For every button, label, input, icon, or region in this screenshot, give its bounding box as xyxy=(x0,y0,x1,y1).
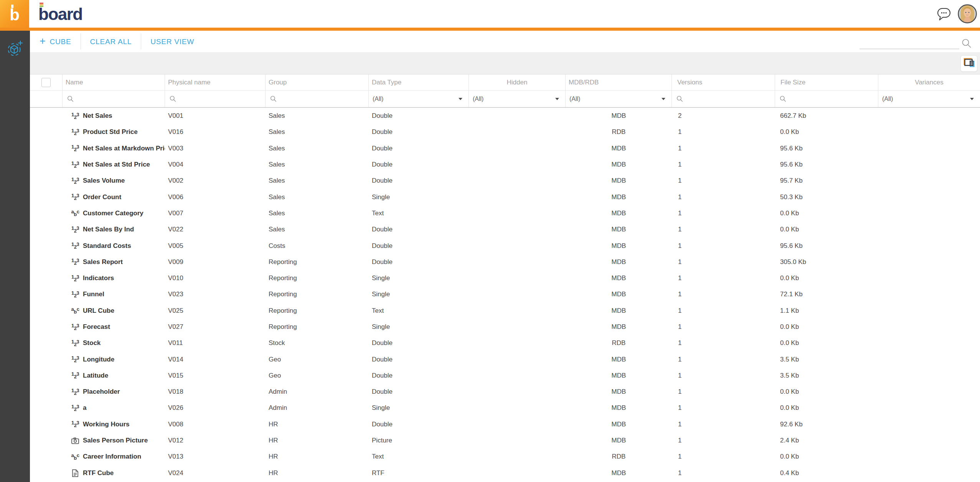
physical-name-cell: V025 xyxy=(165,303,266,319)
hidden-cell xyxy=(469,108,566,124)
table-row[interactable]: 123 Standard Costs V005 Costs Double MDB… xyxy=(30,238,980,254)
hidden-cell xyxy=(469,416,566,432)
table-row[interactable]: 123 Order Count V006 Sales Single MDB 1 … xyxy=(30,189,980,205)
table-row[interactable]: abc URL Cube V025 Reporting Text MDB 1 1… xyxy=(30,303,980,319)
table-row[interactable]: RTF Cube V024 HR RTF MDB 1 0.4 Kb xyxy=(30,465,980,481)
table-row[interactable]: 123 Sales Report V009 Reporting Double M… xyxy=(30,254,980,270)
filter-data-type-dropdown[interactable]: (All) xyxy=(369,91,469,107)
physical-name-cell: V016 xyxy=(165,124,266,140)
table-row[interactable]: 123 Latitude V015 Geo Double MDB 1 3.5 K… xyxy=(30,368,980,384)
column-header-data-type[interactable]: Data Type xyxy=(369,74,469,90)
mdb-rdb-cell: MDB xyxy=(566,400,672,416)
cube-name: Placeholder xyxy=(83,388,120,396)
column-header-file-size[interactable]: File Size xyxy=(775,74,878,90)
filter-mdb-rdb-dropdown[interactable]: (All) xyxy=(566,91,672,107)
row-select-cell xyxy=(30,270,63,286)
text-cube-icon: abc xyxy=(70,211,80,216)
file-size-cell: 0.0 Kb xyxy=(775,449,878,465)
data-type-cell: Double xyxy=(369,368,469,384)
numeric-cube-icon: 123 xyxy=(70,276,80,281)
filter-name-input[interactable] xyxy=(63,91,165,107)
table-row[interactable]: 123 Indicators V010 Reporting Single MDB… xyxy=(30,270,980,286)
hidden-cell xyxy=(469,351,566,367)
chat-bubble-icon[interactable] xyxy=(937,8,952,21)
filter-versions-input[interactable] xyxy=(672,91,775,107)
filter-file-size-input[interactable] xyxy=(775,91,878,107)
physical-name-cell: V007 xyxy=(165,205,266,221)
table-row[interactable]: 123 Working Hours V008 HR Double MDB 1 9… xyxy=(30,416,980,432)
layout-panel-button[interactable] xyxy=(960,55,977,72)
board-b-logo-dash xyxy=(11,5,13,8)
search-icon[interactable] xyxy=(962,38,972,50)
chevron-down-icon xyxy=(459,98,462,100)
row-select-cell xyxy=(30,221,63,238)
table-row[interactable]: 123 Forecast V027 Reporting Single MDB 1… xyxy=(30,319,980,335)
physical-name-cell: V014 xyxy=(165,351,266,367)
chevron-down-icon xyxy=(970,98,974,100)
hidden-cell xyxy=(469,303,566,319)
mdb-rdb-cell: MDB xyxy=(566,286,672,302)
mdb-rdb-cell: MDB xyxy=(566,157,672,173)
clear-all-button[interactable]: CLEAR ALL xyxy=(90,38,132,45)
global-search xyxy=(860,31,972,52)
physical-name-cell: V011 xyxy=(165,335,266,351)
file-size-cell: 95.6 Kb xyxy=(775,238,878,254)
user-view-button[interactable]: USER VIEW xyxy=(150,38,194,45)
table-row[interactable]: abc Career Information V013 HR Text RDB … xyxy=(30,449,980,465)
table-row[interactable]: 123 Funnel V023 Reporting Single MDB 1 7… xyxy=(30,286,980,302)
column-header-hidden[interactable]: Hidden xyxy=(469,74,566,90)
versions-cell: 1 xyxy=(672,449,775,465)
table-row[interactable]: 123 Product Std Price V016 Sales Double … xyxy=(30,124,980,140)
file-size-cell: 0.0 Kb xyxy=(775,319,878,335)
hidden-cell xyxy=(469,124,566,140)
table-row[interactable]: 123 Net Sales By Ind V022 Sales Double M… xyxy=(30,221,980,238)
column-header-physical-name[interactable]: Physical name xyxy=(165,74,266,90)
column-header-versions[interactable]: Versions xyxy=(672,74,775,90)
physical-name-cell: V010 xyxy=(165,270,266,286)
table-row[interactable]: 123 Net Sales V001 Sales Double MDB 2 66… xyxy=(30,108,980,124)
add-cube-label: CUBE xyxy=(50,38,71,45)
search-input[interactable] xyxy=(860,37,959,49)
filter-hidden-dropdown[interactable]: (All) xyxy=(469,91,566,107)
filter-variances-dropdown[interactable]: (All) xyxy=(878,91,980,107)
filter-physical-name-input[interactable] xyxy=(165,91,266,107)
column-header-name[interactable]: Name xyxy=(63,74,165,90)
hidden-cell xyxy=(469,173,566,189)
table-row[interactable]: 123 a V026 Admin Single MDB 1 0.0 Kb xyxy=(30,400,980,416)
numeric-cube-icon: 123 xyxy=(70,146,80,151)
versions-cell: 1 xyxy=(672,124,775,140)
column-header-mdb-rdb[interactable]: MDB/RDB xyxy=(566,74,672,90)
table-row[interactable]: 123 Sales Volume V002 Sales Double MDB 1… xyxy=(30,173,980,189)
data-type-cell: Single xyxy=(369,286,469,302)
new-cube-icon[interactable] xyxy=(6,39,24,58)
name-cell: abc Customer Category xyxy=(63,205,165,221)
data-type-cell: Single xyxy=(369,189,469,205)
add-cube-button[interactable]: + CUBE xyxy=(40,36,71,47)
row-select-cell xyxy=(30,157,63,173)
table-row[interactable]: 123 Longitude V014 Geo Double MDB 1 3.5 … xyxy=(30,351,980,367)
picture-cube-icon xyxy=(70,437,80,444)
versions-cell: 1 xyxy=(672,270,775,286)
filter-group-input[interactable] xyxy=(266,91,369,107)
table-row[interactable]: abc Customer Category V007 Sales Text MD… xyxy=(30,205,980,221)
column-header-group[interactable]: Group xyxy=(266,74,369,90)
file-size-cell: 95.7 Kb xyxy=(775,173,878,189)
mdb-rdb-cell: MDB xyxy=(566,189,672,205)
numeric-cube-icon: 123 xyxy=(70,162,80,167)
table-row[interactable]: 123 Stock V011 Stock Double RDB 1 0.0 Kb xyxy=(30,335,980,351)
table-row[interactable]: 123 Net Sales at Std Price V004 Sales Do… xyxy=(30,157,980,173)
column-header-variances[interactable]: Variances xyxy=(878,74,980,90)
cube-name: Stock xyxy=(83,339,101,347)
table-row[interactable]: 123 Placeholder V018 Admin Double MDB 1 … xyxy=(30,384,980,400)
numeric-cube-icon: 123 xyxy=(70,406,80,411)
versions-cell: 1 xyxy=(672,368,775,384)
cube-name: Indicators xyxy=(83,274,114,282)
mdb-rdb-cell: MDB xyxy=(566,384,672,400)
user-avatar[interactable] xyxy=(958,4,977,23)
table-row[interactable]: Sales Person Picture V012 HR Picture MDB… xyxy=(30,432,980,449)
board-logo-stripes-icon xyxy=(40,3,43,7)
select-all-checkbox[interactable] xyxy=(41,78,51,87)
table-row[interactable]: 123 Net Sales at Markdown Pric V003 Sale… xyxy=(30,140,980,157)
physical-name-cell: V003 xyxy=(165,140,266,157)
name-cell: 123 Standard Costs xyxy=(63,238,165,254)
